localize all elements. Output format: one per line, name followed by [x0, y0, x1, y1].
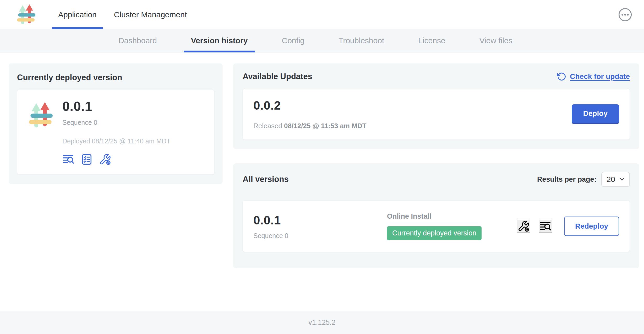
right-column: Available Updates Check for update 0.0.2… — [233, 63, 639, 268]
currently-deployed-badge: Currently deployed version — [387, 226, 482, 240]
available-updates-header: Available Updates Check for update — [243, 72, 630, 81]
version-row-details: 0.0.1 Sequence 0 — [253, 213, 387, 240]
results-per-page: Results per page: 20 — [537, 172, 630, 187]
header-tab-cluster-management[interactable]: Cluster Management — [107, 0, 194, 29]
all-versions-header: All versions Results per page: 20 — [243, 172, 630, 187]
edit-config-icon — [99, 153, 111, 165]
deployed-version-details: 0.0.1 Sequence 0 Deployed 08/12/25 @ 11:… — [62, 99, 171, 165]
subnav-item-license[interactable]: License — [418, 29, 445, 52]
all-versions-card: All versions Results per page: 20 0.0.1 … — [233, 163, 639, 268]
subnav-label: Troubleshoot — [339, 36, 384, 45]
version-row-actions: Redeploy — [517, 217, 619, 236]
check-for-update-link[interactable]: Check for update — [557, 72, 630, 81]
deployed-version-number: 0.0.1 — [62, 99, 171, 114]
released-date: 08/12/25 @ 11:53 am MDT — [284, 122, 366, 130]
header-tab-application[interactable]: Application — [51, 0, 103, 29]
ellipsis-circle-icon — [618, 7, 632, 22]
subnav-label: Dashboard — [118, 36, 157, 45]
subnav: Dashboard Version history Config Trouble… — [0, 29, 644, 52]
update-version-number: 0.0.2 — [253, 98, 367, 112]
subnav-item-config[interactable]: Config — [282, 29, 305, 52]
app-logo-icon — [15, 3, 38, 26]
view-logs-button[interactable] — [62, 153, 74, 165]
available-updates-title: Available Updates — [243, 72, 312, 81]
main-content: Currently deployed version 0.0.1 Sequenc… — [0, 52, 644, 311]
overflow-menu-button[interactable] — [618, 7, 632, 22]
app-footer: v1.125.2 — [0, 311, 644, 334]
deployed-action-icons — [62, 153, 171, 165]
update-released-line: Released 08/12/25 @ 11:53 am MDT — [253, 122, 367, 130]
version-row-status: Online Install Currently deployed versio… — [387, 212, 517, 240]
app-logo — [15, 0, 38, 29]
check-for-update-label: Check for update — [570, 72, 630, 81]
subnav-item-troubleshoot[interactable]: Troubleshoot — [339, 29, 384, 52]
install-type: Online Install — [387, 212, 517, 220]
deployed-date: Deployed 08/12/25 @ 11:40 am MDT — [62, 137, 171, 145]
subnav-label: Config — [282, 36, 305, 45]
subnav-label: View files — [479, 36, 512, 45]
view-logs-icon — [62, 153, 74, 165]
preflight-checks-button[interactable] — [81, 153, 93, 165]
app-header: Application Cluster Management — [0, 0, 644, 29]
currently-deployed-card: Currently deployed version 0.0.1 Sequenc… — [9, 63, 223, 184]
redeploy-button[interactable]: Redeploy — [564, 217, 619, 236]
results-per-page-value: 20 — [607, 175, 615, 184]
update-details: 0.0.2 Released 08/12/25 @ 11:53 am MDT — [253, 98, 367, 130]
subnav-item-dashboard[interactable]: Dashboard — [118, 29, 157, 52]
version-row: 0.0.1 Sequence 0 Online Install Currentl… — [243, 201, 630, 252]
refresh-icon — [557, 72, 566, 81]
chevron-down-icon — [619, 176, 625, 182]
header-tab-label: Application — [58, 10, 97, 19]
subnav-label: License — [418, 36, 445, 45]
currently-deployed-title: Currently deployed version — [17, 73, 214, 82]
results-per-page-label: Results per page: — [537, 175, 597, 184]
subnav-item-view-files[interactable]: View files — [479, 29, 512, 52]
edit-config-button[interactable] — [517, 220, 530, 233]
results-per-page-select[interactable]: 20 — [601, 172, 630, 187]
deploy-button[interactable]: Deploy — [572, 104, 619, 124]
edit-config-icon — [517, 220, 530, 232]
row-version-number: 0.0.1 — [253, 213, 387, 227]
app-logo-icon — [27, 101, 56, 130]
view-logs-button[interactable] — [539, 220, 552, 233]
preflight-checks-icon — [81, 153, 93, 165]
currently-deployed-version-card: 0.0.1 Sequence 0 Deployed 08/12/25 @ 11:… — [17, 90, 214, 175]
all-versions-title: All versions — [243, 175, 289, 184]
header-spacer — [197, 0, 618, 29]
app-logo — [27, 99, 56, 132]
console-version: v1.125.2 — [308, 319, 336, 327]
edit-config-button[interactable] — [99, 153, 111, 165]
subnav-label: Version history — [191, 36, 248, 45]
view-logs-icon — [539, 220, 552, 232]
row-sequence: Sequence 0 — [253, 232, 387, 240]
deployed-sequence: Sequence 0 — [62, 119, 171, 126]
subnav-item-version-history[interactable]: Version history — [191, 29, 248, 52]
header-tab-label: Cluster Management — [114, 10, 187, 19]
update-row: 0.0.2 Released 08/12/25 @ 11:53 am MDT D… — [243, 89, 630, 140]
available-updates-card: Available Updates Check for update 0.0.2… — [233, 63, 639, 149]
released-label: Released — [253, 122, 282, 130]
